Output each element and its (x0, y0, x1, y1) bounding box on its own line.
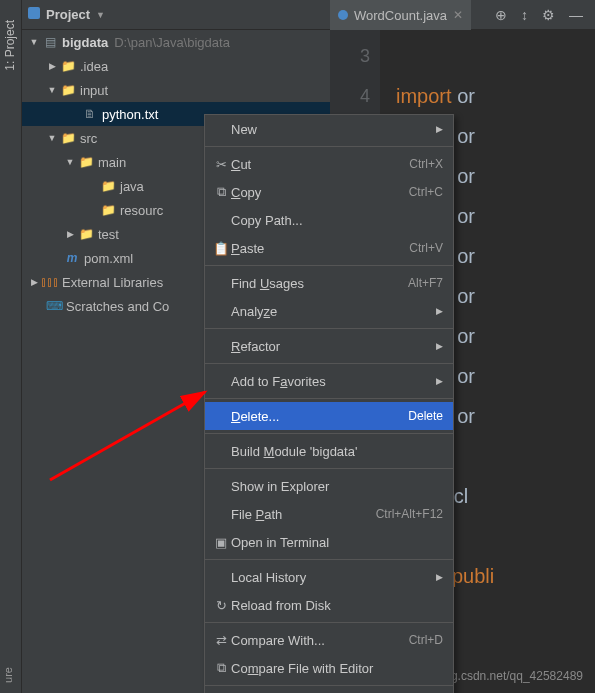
expand-arrow-icon[interactable]: ▼ (46, 85, 58, 95)
submenu-arrow-icon: ▶ (436, 341, 443, 351)
code-text: or (457, 125, 475, 147)
menu-item-local-history[interactable]: Local History ▶ (205, 563, 453, 591)
project-icon (26, 5, 42, 24)
menu-item-compare-file[interactable]: ⧉ Compare File with Editor (205, 654, 453, 682)
menu-item-restful[interactable]: RESTful Web Services ▶ (205, 689, 453, 693)
keyword: import (396, 85, 452, 107)
source-folder-icon: 📁 (60, 130, 76, 146)
bottom-tool-label[interactable]: ure (2, 667, 14, 683)
code-text: or (457, 245, 475, 267)
expand-arrow-icon[interactable]: ▼ (64, 157, 76, 167)
menu-item-analyze[interactable]: Analyze ▶ (205, 297, 453, 325)
line-number: 4 (330, 76, 370, 116)
menu-item-add-favorites[interactable]: Add to Favorites ▶ (205, 367, 453, 395)
editor-tab-label: WordCount.java (354, 8, 447, 23)
tool-window-stripe[interactable]: 1: Project (0, 0, 22, 693)
tree-label: java (120, 179, 144, 194)
code-text: or (457, 405, 475, 427)
menu-shortcut: Ctrl+C (409, 185, 443, 199)
menu-item-compare-with[interactable]: ⇄ Compare With... Ctrl+D (205, 626, 453, 654)
menu-item-file-path[interactable]: File Path Ctrl+Alt+F12 (205, 500, 453, 528)
menu-item-refactor[interactable]: Refactor ▶ (205, 332, 453, 360)
project-tool-tab[interactable]: 1: Project (3, 20, 17, 71)
tree-label: main (98, 155, 126, 170)
code-text: or (457, 285, 475, 307)
gear-icon[interactable]: ⚙ (542, 7, 555, 23)
tree-label: test (98, 227, 119, 242)
menu-label: Paste (231, 241, 409, 256)
toolbar-actions: ⊕ ↕ ⚙ — (495, 7, 583, 23)
minimize-icon[interactable]: — (569, 7, 583, 23)
editor-tab[interactable]: WordCount.java ✕ (330, 0, 471, 30)
menu-label: Reload from Disk (231, 598, 443, 613)
tree-label: pom.xml (84, 251, 133, 266)
menu-item-open-terminal[interactable]: ▣ Open in Terminal (205, 528, 453, 556)
expand-arrow-icon[interactable]: ▼ (46, 133, 58, 143)
menu-shortcut: Ctrl+D (409, 633, 443, 647)
compare-icon: ⇄ (211, 633, 231, 648)
menu-label: Build Module 'bigdata' (231, 444, 443, 459)
tree-row[interactable]: ▶ 📁 .idea (22, 54, 330, 78)
menu-shortcut: Delete (408, 409, 443, 423)
terminal-icon: ▣ (211, 535, 231, 550)
menu-item-copy-path[interactable]: Copy Path... (205, 206, 453, 234)
tree-label: input (80, 83, 108, 98)
project-view-selector[interactable]: Project ▼ (46, 7, 105, 22)
menu-label: Open in Terminal (231, 535, 443, 550)
menu-item-show-explorer[interactable]: Show in Explorer (205, 472, 453, 500)
reload-icon: ↻ (211, 598, 231, 613)
menu-item-new[interactable]: New ▶ (205, 115, 453, 143)
menu-label: New (231, 122, 436, 137)
tree-label: src (80, 131, 97, 146)
keyword: publi (452, 565, 494, 587)
tree-row[interactable]: ▼ 📁 input (22, 78, 330, 102)
scissors-icon: ✂ (211, 157, 231, 172)
menu-item-reload[interactable]: ↻ Reload from Disk (205, 591, 453, 619)
menu-label: Refactor (231, 339, 436, 354)
code-text: or (457, 205, 475, 227)
folder-icon: 📁 (60, 58, 76, 74)
close-icon[interactable]: ✕ (453, 8, 463, 22)
code-text: or (457, 165, 475, 187)
tree-label: Scratches and Co (66, 299, 169, 314)
expand-arrow-icon[interactable]: ▶ (64, 229, 76, 239)
copy-icon: ⧉ (211, 184, 231, 200)
tree-row-root[interactable]: ▼ ▤ bigdata D:\pan\Java\bigdata (22, 30, 330, 54)
menu-separator (205, 433, 453, 434)
clipboard-icon: 📋 (211, 241, 231, 256)
expand-icon[interactable]: ↕ (521, 7, 528, 23)
tree-label: .idea (80, 59, 108, 74)
tree-label: External Libraries (62, 275, 163, 290)
project-title: Project (46, 7, 90, 22)
library-icon: ⫿⫿⫿ (42, 274, 58, 290)
menu-label: Compare With... (231, 633, 409, 648)
menu-label: Add to Favorites (231, 374, 436, 389)
menu-separator (205, 265, 453, 266)
menu-label: Copy Path... (231, 213, 443, 228)
maven-icon: m (64, 250, 80, 266)
submenu-arrow-icon: ▶ (436, 376, 443, 386)
menu-item-paste[interactable]: 📋 Paste Ctrl+V (205, 234, 453, 262)
menu-label: Compare File with Editor (231, 661, 443, 676)
menu-item-build-module[interactable]: Build Module 'bigdata' (205, 437, 453, 465)
menu-label: Cut (231, 157, 409, 172)
expand-arrow-icon[interactable]: ▶ (28, 277, 40, 287)
tree-label: bigdata (62, 35, 108, 50)
tree-path: D:\pan\Java\bigdata (114, 35, 230, 50)
locate-icon[interactable]: ⊕ (495, 7, 507, 23)
menu-item-cut[interactable]: ✂ Cut Ctrl+X (205, 150, 453, 178)
code-text: or (457, 365, 475, 387)
menu-item-delete[interactable]: Delete... Delete (205, 402, 453, 430)
folder-icon: 📁 (78, 154, 94, 170)
menu-item-copy[interactable]: ⧉ Copy Ctrl+C (205, 178, 453, 206)
expand-arrow-icon[interactable]: ▼ (28, 37, 40, 47)
menu-shortcut: Ctrl+V (409, 241, 443, 255)
svg-rect-0 (28, 7, 40, 19)
menu-item-find-usages[interactable]: Find Usages Alt+F7 (205, 269, 453, 297)
expand-arrow-icon[interactable]: ▶ (46, 61, 58, 71)
menu-label: Show in Explorer (231, 479, 443, 494)
menu-shortcut: Ctrl+Alt+F12 (376, 507, 443, 521)
scratches-icon: ⌨ (46, 298, 62, 314)
menu-label: Delete... (231, 409, 408, 424)
folder-icon: 📁 (60, 82, 76, 98)
